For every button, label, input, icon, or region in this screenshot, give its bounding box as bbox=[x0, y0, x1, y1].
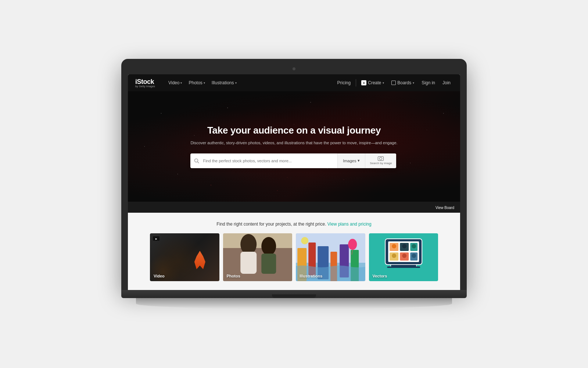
chevron-down-icon: ▾ bbox=[180, 81, 182, 85]
card-video[interactable]: Video bbox=[150, 233, 219, 281]
search-type-button[interactable]: Images ▾ bbox=[337, 153, 365, 168]
nav-sign-in[interactable]: Sign in bbox=[419, 79, 437, 87]
nav-right: Pricing Create ▾ Boards ▾ bbox=[335, 79, 453, 87]
svg-rect-5 bbox=[240, 252, 257, 274]
nav-join[interactable]: Join bbox=[440, 79, 453, 87]
svg-point-30 bbox=[392, 254, 396, 258]
nav-boards[interactable]: Boards ▾ bbox=[389, 79, 416, 87]
svg-rect-7 bbox=[261, 254, 276, 274]
card-illustrations-label: Illustrations bbox=[300, 274, 322, 278]
logo-sub: by Getty Images bbox=[135, 85, 155, 88]
cards-grid: Video bbox=[150, 233, 438, 281]
boards-icon bbox=[391, 81, 396, 85]
hero-section: Take your audience on a visual journey D… bbox=[128, 91, 460, 202]
svg-point-34 bbox=[412, 254, 416, 258]
svg-point-26 bbox=[402, 244, 406, 248]
screen: iStock by Getty Images Video ▾ Photos ▾ bbox=[128, 74, 460, 290]
logo[interactable]: iStock by Getty Images bbox=[135, 78, 155, 88]
logo-istock: iStock bbox=[135, 78, 155, 85]
search-icon bbox=[190, 158, 203, 163]
svg-point-28 bbox=[412, 244, 416, 248]
nav-links: Video ▾ Photos ▾ Illustrations ▾ bbox=[165, 79, 329, 87]
search-by-image-button[interactable]: Search by image bbox=[365, 153, 396, 168]
card-vectors[interactable]: Vectors bbox=[369, 233, 438, 281]
hero-content: Take your audience on a visual journey D… bbox=[190, 125, 397, 168]
hero-title: Take your audience on a visual journey bbox=[190, 125, 397, 136]
nav-photos[interactable]: Photos ▾ bbox=[186, 79, 208, 87]
navigation: iStock by Getty Images Video ▾ Photos ▾ bbox=[128, 74, 460, 91]
laptop-frame: iStock by Getty Images Video ▾ Photos ▾ bbox=[121, 59, 467, 309]
play-icon bbox=[153, 236, 159, 241]
card-photos[interactable]: Photos bbox=[223, 233, 293, 281]
camera-icon bbox=[378, 156, 384, 161]
camera-bar bbox=[128, 66, 460, 72]
laptop-shadow bbox=[136, 298, 452, 309]
svg-point-24 bbox=[392, 244, 396, 248]
content-intro: Find the right content for your projects… bbox=[150, 222, 438, 227]
webcam bbox=[293, 67, 295, 70]
video-badge bbox=[153, 236, 159, 241]
card-photos-label: Photos bbox=[227, 274, 240, 278]
view-plans-link[interactable]: View plans and pricing bbox=[327, 222, 372, 227]
create-icon bbox=[361, 80, 366, 85]
chevron-down-icon: ▾ bbox=[204, 81, 205, 85]
search-by-image-label: Search by image bbox=[370, 162, 392, 165]
hero-subtitle: Discover authentic, story-driven photos,… bbox=[190, 140, 397, 146]
intro-text: Find the right content for your projects… bbox=[216, 222, 326, 227]
view-board-bar: View Board bbox=[128, 202, 460, 213]
svg-point-32 bbox=[402, 254, 406, 258]
svg-line-1 bbox=[198, 162, 199, 163]
chevron-down-icon: ▾ bbox=[383, 81, 384, 85]
card-vectors-label: Vectors bbox=[373, 274, 387, 278]
svg-rect-36 bbox=[387, 266, 420, 268]
search-input[interactable] bbox=[203, 159, 337, 163]
chevron-down-icon: ▾ bbox=[235, 81, 237, 85]
nav-create[interactable]: Create ▾ bbox=[359, 79, 386, 87]
svg-point-6 bbox=[261, 237, 276, 255]
svg-point-19 bbox=[301, 237, 308, 244]
nav-divider bbox=[356, 79, 356, 86]
chevron-down-icon: ▾ bbox=[358, 158, 360, 163]
card-video-label: Video bbox=[154, 274, 165, 278]
nav-video[interactable]: Video ▾ bbox=[165, 79, 185, 87]
nav-illustrations[interactable]: Illustrations ▾ bbox=[209, 79, 240, 87]
card-illustrations[interactable]: Illustrations bbox=[296, 233, 365, 281]
chevron-down-icon: ▾ bbox=[413, 81, 414, 85]
content-section: Find the right content for your projects… bbox=[128, 213, 460, 290]
view-board-link[interactable]: View Board bbox=[435, 206, 454, 210]
search-bar: Images ▾ Search by image bbox=[190, 153, 396, 168]
nav-pricing[interactable]: Pricing bbox=[335, 79, 353, 87]
svg-point-4 bbox=[240, 234, 257, 255]
website: iStock by Getty Images Video ▾ Photos ▾ bbox=[128, 74, 460, 290]
laptop-base bbox=[121, 290, 467, 298]
svg-point-17 bbox=[348, 239, 357, 250]
screen-bezel: iStock by Getty Images Video ▾ Photos ▾ bbox=[121, 59, 467, 290]
